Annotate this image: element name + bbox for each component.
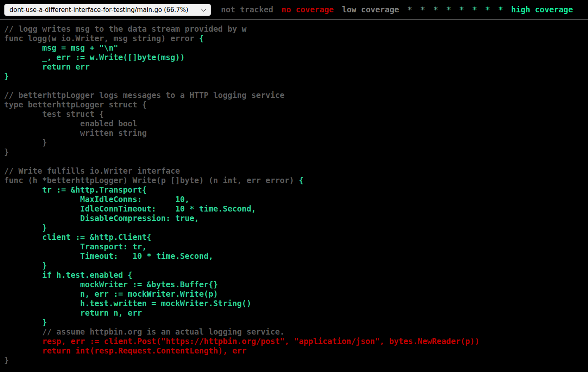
legend-star-cov5: *: [446, 5, 451, 14]
code-segment-none: }: [4, 356, 9, 365]
file-select[interactable]: dont-use-a-different-interface-for-testi…: [4, 4, 211, 16]
coverage-legend: not trackedno coveragelow coverage******…: [217, 5, 577, 14]
legend-high-coverage: high coverage: [511, 5, 573, 14]
code-segment-none: // logg writes msg to the data stream pr…: [4, 24, 246, 43]
code-segment-cov8: { tr := &http.Transport{ MaxIdleConns: 1…: [4, 176, 304, 327]
file-select-wrap: dont-use-a-different-interface-for-testi…: [4, 4, 211, 16]
legend-low-coverage: low coverage: [342, 5, 399, 14]
legend-star-cov6: *: [459, 5, 464, 14]
code-segment-none: // betterhttpLogger logs messages to a H…: [4, 91, 299, 185]
topbar: dont-use-a-different-interface-for-testi…: [0, 0, 588, 20]
legend-star-cov3: *: [420, 5, 425, 14]
legend-star-cov8: *: [485, 5, 490, 14]
code-segment-cov0: resp, err := client.Post("https://httpbi…: [4, 337, 479, 356]
legend-star-cov7: *: [472, 5, 477, 14]
legend-star-cov4: *: [433, 5, 438, 14]
legend-star-cov9: *: [498, 5, 503, 14]
legend-star-cov2: *: [407, 5, 412, 14]
legend-no-coverage: no coverage: [281, 5, 334, 14]
legend-not-tracked: not tracked: [221, 5, 273, 14]
source-code: // logg writes msg to the data stream pr…: [4, 24, 588, 365]
file-nav: dont-use-a-different-interface-for-testi…: [4, 4, 211, 16]
content: // logg writes msg to the data stream pr…: [0, 0, 588, 365]
